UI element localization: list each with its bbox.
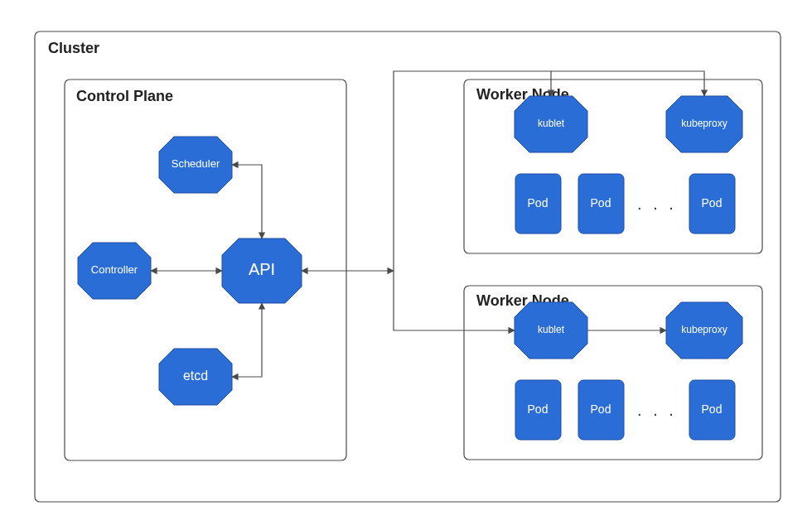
worker1-ellipsis: . . . — [637, 195, 677, 213]
worker1-pod-3-label: Pod — [702, 196, 723, 210]
worker2-pod-3-label: Pod — [702, 402, 723, 416]
etcd-node: etcd — [159, 349, 232, 405]
worker1-kubeproxy: kubeproxy — [666, 96, 742, 152]
etcd-label: etcd — [183, 369, 208, 383]
arrow-junction-worker1-kubeproxy — [551, 71, 704, 96]
arrow-api-etcd — [232, 303, 262, 377]
cluster-title: Cluster — [48, 40, 99, 56]
controller-node: Controller — [78, 243, 151, 299]
worker1-pod-2-label: Pod — [591, 196, 611, 210]
worker2-pod-1-label: Pod — [528, 402, 549, 416]
worker1-kublet: kublet — [515, 96, 587, 152]
arrow-api-scheduler — [232, 165, 262, 238]
worker1-kublet-label: kublet — [538, 118, 565, 129]
controller-label: Controller — [91, 263, 138, 276]
cluster-diagram: Cluster Control Plane Scheduler Controll… — [0, 0, 812, 530]
worker2-ellipsis: . . . — [637, 401, 677, 419]
worker2-kublet: kublet — [515, 302, 587, 359]
worker2-kubeproxy: kubeproxy — [666, 302, 742, 359]
worker1-kubeproxy-label: kubeproxy — [681, 118, 727, 129]
worker1-pod-1-label: Pod — [528, 196, 549, 210]
worker2-pod-2-label: Pod — [591, 402, 611, 416]
control-plane-title: Control Plane — [76, 88, 173, 104]
scheduler-label: Scheduler — [172, 157, 220, 170]
scheduler-node: Scheduler — [159, 137, 232, 193]
api-label: API — [249, 260, 275, 278]
api-node: API — [222, 238, 302, 303]
worker2-kubeproxy-label: kubeproxy — [681, 324, 727, 335]
worker2-kublet-label: kublet — [538, 324, 565, 335]
